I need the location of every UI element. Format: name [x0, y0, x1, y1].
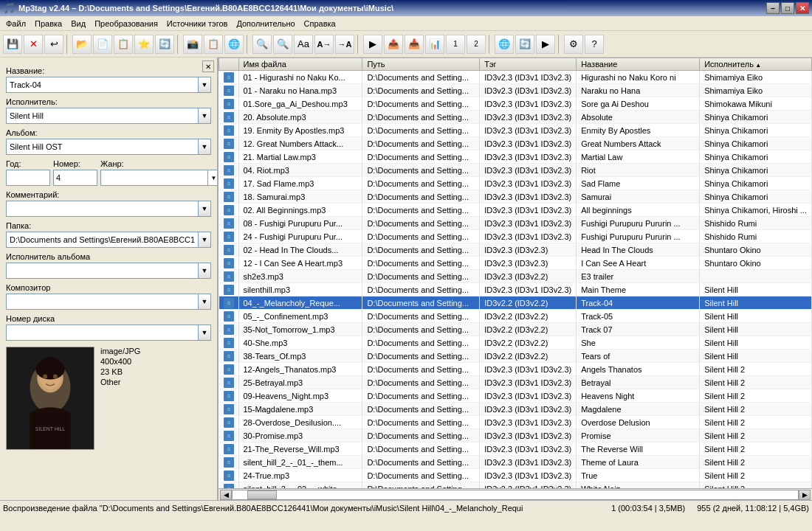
tag-from-file-button[interactable]: 📸	[183, 35, 202, 54]
table-row[interactable]: ♫02. All Beginnings.mp3D:\Documents and …	[219, 204, 812, 217]
table-row[interactable]: ♫sh2e3.mp3D:\Documents and Setting...ID3…	[219, 270, 812, 283]
open-files-button[interactable]: 📄	[93, 35, 112, 54]
table-row[interactable]: ♫25-Betrayal.mp3D:\Documents and Setting…	[219, 376, 812, 389]
settings-button[interactable]: ⚙	[564, 35, 583, 54]
table-row[interactable]: ♫01.Sore_ga_Ai_Deshou.mp3D:\Documents an…	[219, 97, 812, 111]
panel-close-button[interactable]: ✕	[202, 60, 214, 72]
table-row[interactable]: ♫04_-_Melancholy_Reque...D:\Documents an…	[219, 296, 812, 310]
table-row[interactable]: ♫20. Absolute.mp3D:\Documents and Settin…	[219, 111, 812, 124]
horizontal-scrollbar-thumb[interactable]	[247, 490, 277, 499]
play-button[interactable]: ▶	[363, 35, 382, 54]
auto-number-button[interactable]: 🔍	[252, 35, 272, 54]
save-button[interactable]: 💾	[3, 35, 22, 54]
replace-button[interactable]: 🔍	[273, 35, 292, 54]
maximize-button[interactable]: □	[781, 2, 794, 14]
table-row[interactable]: ♫04. Riot.mp3D:\Documents and Setting...…	[219, 164, 812, 177]
tag-copy-button[interactable]: →A	[335, 35, 354, 54]
horizontal-scrollbar-track[interactable]	[232, 490, 799, 500]
album-art-thumbnail[interactable]: SILENT HILL	[6, 347, 94, 450]
menu-view[interactable]: Вид	[66, 18, 90, 30]
scroll-right-button[interactable]: ▶	[799, 490, 811, 500]
folder-dropdown-button[interactable]: ▼	[198, 232, 211, 248]
name-dropdown-button[interactable]: ▼	[198, 77, 211, 93]
genre-dropdown-arrow[interactable]: ▼	[207, 170, 219, 185]
close-button[interactable]: ✕	[796, 2, 809, 14]
add-files-button[interactable]: 📋	[114, 35, 133, 54]
menu-help[interactable]: Справка	[300, 18, 340, 30]
col-header-artist[interactable]: Исполнитель	[700, 58, 812, 71]
minimize-button[interactable]: –	[766, 2, 780, 14]
table-row[interactable]: ♫24 - Fushigi Purupuru Pur...D:\Document…	[219, 230, 812, 243]
scroll-left-button[interactable]: ◀	[220, 490, 232, 500]
table-row[interactable]: ♫21. Martial Law.mp3D:\Documents and Set…	[219, 150, 812, 164]
tag-cut-button[interactable]: A→	[314, 35, 334, 54]
artist-input[interactable]	[6, 108, 198, 124]
table-row[interactable]: ♫28-Overdose_Desilusion....D:\Documents …	[219, 416, 812, 429]
media-player-button[interactable]: ▶	[536, 35, 555, 54]
table-row[interactable]: ♫18. Samurai.mp3D:\Documents and Setting…	[219, 190, 812, 204]
table-row[interactable]: ♫30-Promise.mp3D:\Documents and Setting.…	[219, 429, 812, 442]
move-up-button[interactable]: 📤	[384, 35, 403, 54]
menu-tag-sources[interactable]: Источники тэгов	[162, 18, 233, 30]
comment-input[interactable]	[6, 201, 198, 217]
disc-input[interactable]	[6, 324, 198, 341]
table-row[interactable]: ♫05_-_Confinement.mp3D:\Documents and Se…	[219, 310, 812, 323]
menu-file[interactable]: Файл	[1, 18, 30, 30]
table-row[interactable]: ♫01 - Higurashi no Naku Ko...D:\Document…	[219, 71, 812, 84]
table-row[interactable]: ♫35-Not_Tomorrow_1.mp3D:\Documents and S…	[219, 323, 812, 336]
update-button[interactable]: 🔄	[515, 35, 534, 54]
table-row[interactable]: ♫12-Angels_Thanatos.mp3D:\Documents and …	[219, 363, 812, 376]
refresh-button[interactable]: 🔄	[155, 35, 174, 54]
table-row[interactable]: ♫12 - I Can See A Heart.mp3D:\Documents …	[219, 257, 812, 270]
move-down-button[interactable]: 📥	[405, 35, 424, 54]
table-row[interactable]: ♫12. Great Numbers Attack...D:\Documents…	[219, 137, 812, 150]
album-artist-dropdown-button[interactable]: ▼	[198, 263, 211, 279]
col-header-title[interactable]: Название	[577, 58, 700, 71]
table-row[interactable]: ♫15-Magdalene.mp3D:\Documents and Settin…	[219, 403, 812, 416]
composer-dropdown-button[interactable]: ▼	[198, 294, 211, 310]
folder-input[interactable]	[6, 232, 198, 248]
album-input[interactable]	[6, 139, 198, 155]
delete-button[interactable]: ✕	[24, 35, 43, 54]
web-button[interactable]: 🌐	[495, 35, 514, 54]
col-header-filename[interactable]: Имя файла	[238, 58, 362, 71]
table-row[interactable]: ♫silenthill.mp3D:\Documents and Setting.…	[219, 283, 812, 296]
menu-transform[interactable]: Преобразования	[90, 18, 162, 30]
name-input[interactable]	[6, 77, 198, 93]
case-convert-button[interactable]: Aa	[294, 35, 313, 54]
artist-dropdown-button[interactable]: ▼	[198, 108, 211, 124]
disc-dropdown-button[interactable]: ▼	[198, 324, 211, 341]
table-row[interactable]: ♫21-The_Reverse_Will.mp3D:\Documents and…	[219, 442, 812, 456]
table-row[interactable]: ♫08 - Fushigi Purupuru Pur...D:\Document…	[219, 217, 812, 230]
menu-extra[interactable]: Дополнительно	[232, 18, 299, 30]
menu-edit[interactable]: Правка	[30, 18, 66, 30]
table-row[interactable]: ♫40-She.mp3D:\Documents and Setting...ID…	[219, 336, 812, 350]
file-from-tag-button[interactable]: 📋	[204, 35, 223, 54]
tag-from-freedb-button[interactable]: 🌐	[224, 35, 244, 54]
open-folder-button[interactable]: 📂	[72, 35, 92, 54]
col1-button[interactable]: 1	[446, 35, 465, 54]
table-row[interactable]: ♫19. Enmity By Apostles.mp3D:\Documents …	[219, 124, 812, 137]
composer-input[interactable]	[6, 294, 198, 310]
album-artist-input[interactable]	[6, 263, 198, 279]
table-row[interactable]: ♫silent_hill_2_-_01_-_them...D:\Document…	[219, 456, 812, 469]
table-row[interactable]: ♫02 - Head In The Clouds...D:\Documents …	[219, 243, 812, 257]
table-row[interactable]: ♫38-Tears_Of.mp3D:\Documents and Setting…	[219, 350, 812, 363]
genre-input[interactable]	[101, 170, 207, 185]
table-row[interactable]: ♫09-Heavens_Night.mp3D:\Documents and Se…	[219, 389, 812, 403]
table-row[interactable]: ♫24-True.mp3D:\Documents and Setting...I…	[219, 469, 812, 482]
help-button[interactable]: ?	[585, 35, 604, 54]
undo-button[interactable]: ↩	[44, 35, 63, 54]
col-header-path[interactable]: Путь	[362, 58, 480, 71]
comment-dropdown-button[interactable]: ▼	[198, 201, 211, 217]
col-header-icon[interactable]	[219, 58, 239, 71]
sort-button[interactable]: 📊	[425, 35, 444, 54]
col2-button[interactable]: 2	[467, 35, 486, 54]
table-row[interactable]: ♫silent_hill_2_-_02_-_white...D:\Documen…	[219, 482, 812, 489]
album-dropdown-button[interactable]: ▼	[198, 139, 211, 155]
col-header-tag[interactable]: Тэг	[480, 58, 577, 71]
table-row[interactable]: ♫01 - Naraku no Hana.mp3D:\Documents and…	[219, 84, 812, 97]
table-row[interactable]: ♫17. Sad Flame.mp3D:\Documents and Setti…	[219, 177, 812, 190]
file-table-container[interactable]: Имя файла Путь Тэг Название Исполнитель …	[219, 58, 812, 488]
favorites-button[interactable]: ⭐	[134, 35, 154, 54]
